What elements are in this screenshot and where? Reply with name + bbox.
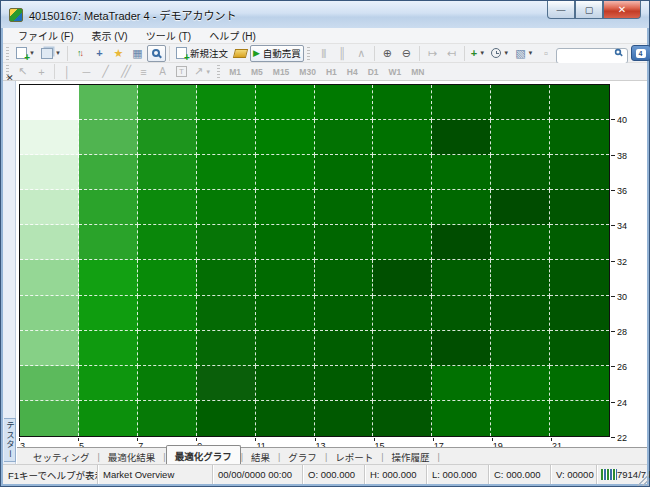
resize-grip[interactable]: [637, 474, 649, 486]
heatmap-cell[interactable]: [550, 85, 609, 120]
heatmap-cell[interactable]: [197, 120, 256, 155]
heatmap-cell[interactable]: [373, 260, 432, 295]
indicators-button[interactable]: +▼: [468, 45, 488, 62]
heatmap-cell[interactable]: [550, 260, 609, 295]
heatmap-cell[interactable]: [20, 85, 79, 120]
heatmap-cell[interactable]: [79, 366, 138, 401]
heatmap-cell[interactable]: [491, 296, 550, 331]
heatmap-cell[interactable]: [256, 296, 315, 331]
heatmap-cell[interactable]: [197, 190, 256, 225]
heatmap-cell[interactable]: [256, 225, 315, 260]
heatmap-cell[interactable]: [20, 331, 79, 366]
tester-tab[interactable]: グラフ: [280, 449, 325, 465]
heatmap-cell[interactable]: [315, 120, 374, 155]
heatmap-cell[interactable]: [20, 155, 79, 190]
maximize-button[interactable]: ▢: [575, 1, 603, 19]
heatmap-cell[interactable]: [373, 401, 432, 436]
heatmap-cell[interactable]: [197, 155, 256, 190]
heatmap-cell[interactable]: [138, 120, 197, 155]
zoom-in-button[interactable]: ⊕: [378, 45, 397, 62]
heatmap-cell[interactable]: [197, 401, 256, 436]
heatmap-cell[interactable]: [256, 366, 315, 401]
heatmap-cell[interactable]: [491, 120, 550, 155]
heatmap-cell[interactable]: [197, 85, 256, 120]
heatmap-cell[interactable]: [138, 331, 197, 366]
navigator-button[interactable]: ★: [109, 45, 128, 62]
heatmap-cell[interactable]: [315, 260, 374, 295]
heatmap-cell[interactable]: [197, 331, 256, 366]
strategy-tester-button[interactable]: [147, 45, 166, 62]
heatmap-cell[interactable]: [315, 296, 374, 331]
heatmap-cell[interactable]: [138, 296, 197, 331]
heatmap-cell[interactable]: [79, 260, 138, 295]
heatmap-cell[interactable]: [20, 401, 79, 436]
menu-item[interactable]: ヘルプ (H): [200, 28, 265, 43]
tester-tab[interactable]: 結果: [243, 449, 278, 465]
tester-tab[interactable]: 最適化結果: [100, 449, 164, 465]
tester-tab[interactable]: レポート: [327, 449, 381, 465]
periods-button[interactable]: ▼: [488, 45, 512, 62]
heatmap-cell[interactable]: [491, 331, 550, 366]
heatmap-cell[interactable]: [315, 155, 374, 190]
heatmap-cell[interactable]: [138, 401, 197, 436]
heatmap-cell[interactable]: [550, 296, 609, 331]
heatmap-cell[interactable]: [256, 85, 315, 120]
terminal-button[interactable]: ▦: [128, 45, 147, 62]
heatmap-cell[interactable]: [197, 225, 256, 260]
heatmap-cell[interactable]: [315, 85, 374, 120]
heatmap-cell[interactable]: [432, 225, 491, 260]
heatmap-cell[interactable]: [79, 331, 138, 366]
heatmap-cell[interactable]: [432, 190, 491, 225]
community-button[interactable]: 4: [631, 45, 650, 61]
heatmap-cell[interactable]: [491, 85, 550, 120]
tester-tab[interactable]: 最適化グラフ: [166, 445, 241, 465]
heatmap-cell[interactable]: [315, 401, 374, 436]
heatmap-cell[interactable]: [550, 155, 609, 190]
heatmap-cell[interactable]: [432, 85, 491, 120]
heatmap-cell[interactable]: [550, 190, 609, 225]
heatmap-cell[interactable]: [373, 190, 432, 225]
heatmap-cell[interactable]: [432, 120, 491, 155]
heatmap-cell[interactable]: [432, 260, 491, 295]
heatmap-cell[interactable]: [197, 366, 256, 401]
minimize-button[interactable]: —: [547, 1, 575, 19]
heatmap-cell[interactable]: [256, 120, 315, 155]
heatmap-cell[interactable]: [373, 296, 432, 331]
heatmap-cell[interactable]: [315, 225, 374, 260]
heatmap-cell[interactable]: [138, 190, 197, 225]
heatmap-cell[interactable]: [432, 155, 491, 190]
menu-item[interactable]: ツール (T): [137, 28, 201, 43]
heatmap-cell[interactable]: [79, 85, 138, 120]
heatmap-cell[interactable]: [432, 366, 491, 401]
menu-item[interactable]: ファイル (F): [9, 28, 83, 43]
autotrading-button[interactable]: ▶自動売買: [250, 45, 304, 62]
heatmap-cell[interactable]: [138, 225, 197, 260]
templates-button[interactable]: ▧▼: [512, 45, 536, 62]
data-window-button[interactable]: +: [90, 45, 109, 62]
heatmap-cell[interactable]: [373, 366, 432, 401]
heatmap-cell[interactable]: [138, 85, 197, 120]
metaeditor-button[interactable]: [231, 45, 250, 62]
heatmap-cell[interactable]: [256, 331, 315, 366]
tester-vertical-tab[interactable]: テスター: [4, 418, 16, 462]
heatmap-cell[interactable]: [20, 225, 79, 260]
heatmap-cell[interactable]: [197, 260, 256, 295]
menu-item[interactable]: 表示 (V): [83, 28, 137, 43]
heatmap-cell[interactable]: [79, 296, 138, 331]
heatmap-cell[interactable]: [491, 190, 550, 225]
heatmap-cell[interactable]: [432, 401, 491, 436]
close-button[interactable]: ✕: [603, 1, 641, 19]
heatmap-cell[interactable]: [432, 331, 491, 366]
heatmap-cell[interactable]: [373, 85, 432, 120]
heatmap-cell[interactable]: [491, 155, 550, 190]
heatmap-cell[interactable]: [138, 366, 197, 401]
heatmap-cell[interactable]: [138, 155, 197, 190]
heatmap-cell[interactable]: [79, 190, 138, 225]
heatmap-cell[interactable]: [550, 225, 609, 260]
heatmap-cell[interactable]: [373, 155, 432, 190]
heatmap-cell[interactable]: [373, 331, 432, 366]
profiles-button[interactable]: ▼: [38, 45, 64, 62]
heatmap-cell[interactable]: [79, 225, 138, 260]
heatmap-cell[interactable]: [20, 260, 79, 295]
heatmap-cell[interactable]: [138, 260, 197, 295]
